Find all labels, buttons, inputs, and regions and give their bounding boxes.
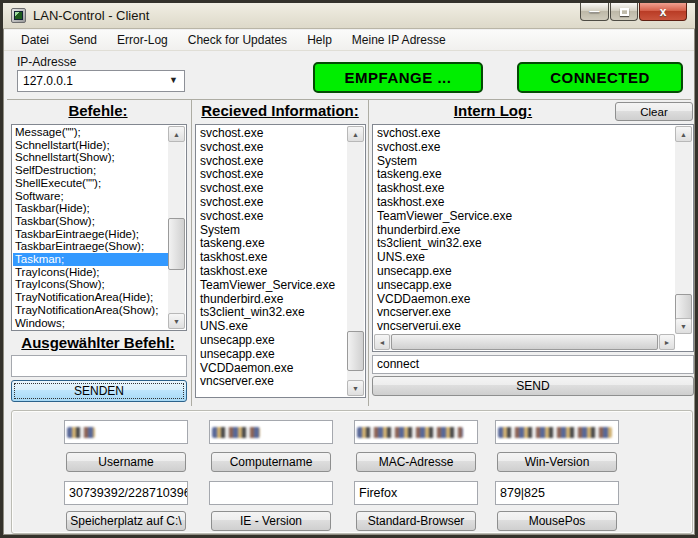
chevron-down-icon[interactable]: ▼ bbox=[169, 75, 178, 85]
intern-log-list-item[interactable]: ts3client_win32.exe bbox=[374, 237, 675, 251]
scrollbar-thumb[interactable] bbox=[347, 331, 364, 371]
scroll-down-icon[interactable]: ▼ bbox=[675, 318, 692, 334]
intern-log-list-item[interactable]: taskhost.exe bbox=[374, 196, 675, 210]
close-button[interactable]: x bbox=[639, 3, 687, 21]
default-browser-value-field[interactable]: Firefox bbox=[354, 481, 478, 505]
computername-button[interactable]: Computername bbox=[211, 452, 331, 472]
scroll-up-icon[interactable]: ▲ bbox=[675, 126, 692, 142]
mousepos-value-field[interactable]: 879|825 bbox=[495, 481, 619, 505]
intern-log-list-item[interactable]: taskeng.exe bbox=[374, 168, 675, 182]
menu-item[interactable]: Meine IP Adresse bbox=[343, 31, 455, 49]
received-list-item[interactable]: unsecapp.exe bbox=[197, 334, 347, 348]
intern-log-hscrollbar[interactable]: ◄ ► bbox=[374, 334, 675, 350]
win-version-value-field[interactable] bbox=[495, 420, 619, 444]
senden-button[interactable]: SENDEN bbox=[11, 380, 187, 402]
received-listbox[interactable]: ▲ ▼ svchost.exesvchost.exesvchost.exesvc… bbox=[195, 124, 366, 398]
username-button[interactable]: Username bbox=[66, 452, 186, 472]
scroll-left-icon[interactable]: ◄ bbox=[374, 334, 390, 350]
menu-item[interactable]: Datei bbox=[12, 31, 58, 49]
befehle-list-item[interactable]: ShellExecute(""); bbox=[13, 177, 168, 190]
befehle-list-item[interactable]: Taskman; bbox=[13, 253, 168, 266]
win-version-button[interactable]: Win-Version bbox=[497, 452, 617, 472]
menu-item[interactable]: Help bbox=[298, 31, 341, 49]
send-button[interactable]: SEND bbox=[372, 376, 694, 396]
intern-log-list-item[interactable]: svchost.exe bbox=[374, 127, 675, 141]
intern-log-list-item[interactable]: TeamViewer_Service.exe bbox=[374, 210, 675, 224]
received-list-item[interactable]: svchost.exe bbox=[197, 182, 347, 196]
received-list-item[interactable]: TeamViewer_Service.exe bbox=[197, 279, 347, 293]
befehle-list-item[interactable]: TrayNotificationArea(Hide); bbox=[13, 291, 168, 304]
received-list-item[interactable]: thunderbird.exe bbox=[197, 293, 347, 307]
menu-item[interactable]: Check for Updates bbox=[179, 31, 296, 49]
mac-address-button[interactable]: MAC-Adresse bbox=[356, 452, 476, 472]
received-list-item[interactable]: svchost.exe bbox=[197, 196, 347, 210]
befehle-list-item[interactable]: Taskbar(Show); bbox=[13, 215, 168, 228]
scroll-up-icon[interactable]: ▲ bbox=[168, 126, 185, 142]
befehle-list-item[interactable]: Schnellstart(Show); bbox=[13, 151, 168, 164]
intern-log-list-item[interactable]: unsecapp.exe bbox=[374, 279, 675, 293]
intern-log-list-item[interactable]: taskhost.exe bbox=[374, 182, 675, 196]
selected-command-input[interactable] bbox=[11, 355, 187, 377]
befehle-scrollbar[interactable]: ▲ ▼ bbox=[168, 126, 185, 329]
intern-log-list-item[interactable]: VCDDaemon.exe bbox=[374, 293, 675, 307]
scrollbar-thumb[interactable] bbox=[168, 218, 185, 270]
received-list-item[interactable]: unsecapp.exe bbox=[197, 348, 347, 362]
maximize-button[interactable] bbox=[610, 3, 638, 21]
intern-log-list-item[interactable]: System bbox=[374, 155, 675, 169]
received-list-item[interactable]: svchost.exe bbox=[197, 141, 347, 155]
intern-log-list-item[interactable]: unsecapp.exe bbox=[374, 265, 675, 279]
intern-log-list-item[interactable]: svchost.exe bbox=[374, 141, 675, 155]
connected-status-indicator[interactable]: CONNECTED bbox=[517, 62, 683, 93]
scrollbar-thumb[interactable] bbox=[391, 334, 658, 350]
befehle-list-item[interactable]: Schnellstart(Hide); bbox=[13, 139, 168, 152]
mac-address-value-field[interactable] bbox=[354, 420, 478, 444]
default-browser-button[interactable]: Standard-Browser bbox=[356, 511, 476, 531]
befehle-list-item[interactable]: Message(""); bbox=[13, 126, 168, 139]
received-list-item[interactable]: svchost.exe bbox=[197, 127, 347, 141]
intern-log-list-item[interactable]: vncserver.exe bbox=[374, 306, 675, 320]
received-list-item[interactable]: svchost.exe bbox=[197, 155, 347, 169]
received-list-item[interactable]: ts3client_win32.exe bbox=[197, 306, 347, 320]
clear-log-button[interactable]: Clear bbox=[615, 102, 693, 121]
befehle-list-item[interactable]: SelfDestruction; bbox=[13, 164, 168, 177]
befehle-listbox[interactable]: ▲ ▼ Message("");Schnellstart(Hide);Schne… bbox=[11, 124, 187, 331]
menu-item[interactable]: Send bbox=[60, 31, 106, 49]
received-list-item[interactable]: taskeng.exe bbox=[197, 237, 347, 251]
befehle-list-item[interactable]: Taskbar(Hide); bbox=[13, 202, 168, 215]
diskspace-button[interactable]: Speicherplatz auf C:\ bbox=[66, 511, 186, 531]
minimize-button[interactable]: — bbox=[580, 3, 609, 21]
befehle-list-item[interactable]: TrayNotificationArea(Show); bbox=[13, 304, 168, 317]
received-list-item[interactable]: svchost.exe bbox=[197, 168, 347, 182]
befehle-list-item[interactable]: Software; bbox=[13, 190, 168, 203]
intern-log-vscrollbar[interactable]: ▲ ▼ bbox=[675, 126, 692, 334]
diskspace-value-field[interactable]: 30739392/228710396 kl bbox=[64, 481, 188, 505]
mousepos-button[interactable]: MousePos bbox=[497, 511, 617, 531]
befehle-list-item[interactable]: Windows; bbox=[13, 317, 168, 330]
scroll-right-icon[interactable]: ► bbox=[659, 334, 675, 350]
scroll-down-icon[interactable]: ▼ bbox=[347, 380, 364, 396]
ip-address-combobox[interactable]: 127.0.0.1 ▼ bbox=[17, 70, 185, 92]
received-list-item[interactable]: System bbox=[197, 224, 347, 238]
befehle-list-item[interactable]: TrayIcons(Hide); bbox=[13, 266, 168, 279]
intern-log-list-item[interactable]: thunderbird.exe bbox=[374, 224, 675, 238]
receive-status-indicator[interactable]: EMPFANGE ... bbox=[313, 62, 483, 93]
received-list-item[interactable]: VCDDaemon.exe bbox=[197, 362, 347, 376]
befehle-list-item[interactable]: TaskbarEintraege(Show); bbox=[13, 240, 168, 253]
received-list-item[interactable]: vncserver.exe bbox=[197, 375, 347, 389]
username-value-field[interactable] bbox=[64, 420, 188, 444]
log-command-input[interactable]: connect bbox=[372, 355, 694, 374]
befehle-list-item[interactable]: TrayIcons(Show); bbox=[13, 278, 168, 291]
received-list-item[interactable]: svchost.exe bbox=[197, 210, 347, 224]
scroll-down-icon[interactable]: ▼ bbox=[168, 313, 185, 329]
intern-log-list-item[interactable]: vncserverui.exe bbox=[374, 320, 675, 334]
befehle-list-item[interactable]: TaskbarEintraege(Hide); bbox=[13, 228, 168, 241]
computername-value-field[interactable] bbox=[209, 420, 333, 444]
received-scrollbar[interactable]: ▲ ▼ bbox=[347, 126, 364, 396]
received-list-item[interactable]: taskhost.exe bbox=[197, 251, 347, 265]
scroll-up-icon[interactable]: ▲ bbox=[347, 126, 364, 142]
ie-version-button[interactable]: IE - Version bbox=[211, 511, 331, 531]
received-list-item[interactable]: taskhost.exe bbox=[197, 265, 347, 279]
received-list-item[interactable]: UNS.exe bbox=[197, 320, 347, 334]
intern-log-listbox[interactable]: ▲ ▼ ◄ ► svchost.exesvchost.exeSystemtask… bbox=[372, 124, 694, 352]
menu-item[interactable]: Error-Log bbox=[108, 31, 177, 49]
